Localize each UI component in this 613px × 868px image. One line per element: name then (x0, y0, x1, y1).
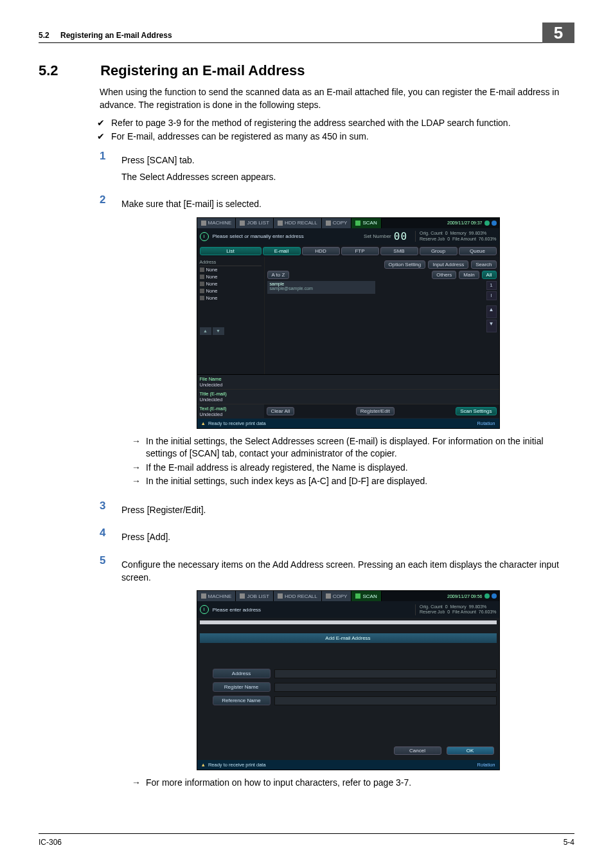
step-number: 4 (100, 527, 121, 547)
address-side-panel: Address None None None None None ▲ ▼ (197, 257, 265, 374)
search-button[interactable]: Search (471, 260, 496, 269)
add-address-screenshot: MACHINE JOB LIST HDD RECALL COPY SCAN 20… (197, 590, 500, 770)
scroll-up-button[interactable]: ▲ (486, 305, 497, 318)
timestamp: 2009/11/27 09:56 (445, 591, 499, 601)
filter-all-button[interactable]: All (482, 271, 497, 279)
header-section-title: Registering an E-mail Address (60, 31, 172, 40)
info-message: Please select or manually enter address (213, 233, 304, 239)
step-number: 3 (100, 500, 121, 520)
type-tab-group[interactable]: Group (420, 247, 458, 255)
list-button[interactable]: List (200, 247, 262, 255)
status-bar: ▲ Ready to receive print data Rotation (197, 419, 499, 428)
select-addresses-screenshot: MACHINE JOB LIST HDD RECALL COPY SCAN 20… (197, 217, 500, 429)
step-text: Press [SCAN] tab. (121, 154, 574, 167)
title-email-field[interactable]: Title (E-mail) Undecided (197, 390, 499, 404)
tab-scan[interactable]: SCAN (351, 218, 381, 228)
tab-copy[interactable]: COPY (322, 218, 352, 228)
type-tab-hdd[interactable]: HDD (302, 247, 340, 255)
check-item: Refer to page 3-9 for the method of regi… (111, 117, 574, 130)
type-tab-email[interactable]: E-mail (263, 247, 301, 255)
rotation-label: Rotation (477, 420, 495, 426)
info-message: Please enter address (213, 607, 262, 613)
tab-machine[interactable]: MACHINE (197, 218, 236, 228)
addr-type-icon (200, 282, 204, 286)
intro-paragraph: When using the function to send the scan… (100, 86, 574, 112)
rotation-label: Rotation (477, 762, 495, 768)
timestamp: 2009/11/27 09:37 (445, 218, 499, 228)
step-5: 5 Configure the necessary items on the A… (100, 554, 574, 795)
copy-icon (326, 593, 331, 599)
filter-atoz-button[interactable]: A to Z (267, 271, 290, 279)
tab-hddrecall[interactable]: HDD RECALL (274, 218, 322, 228)
step-text: Press [Add]. (121, 530, 574, 543)
page-footer: IC-306 5-4 (39, 833, 574, 847)
step2-notes: In the initial settings, the Select Addr… (134, 435, 574, 488)
input-address-button[interactable]: Input Address (428, 260, 468, 269)
text-email-field[interactable]: Text (E-mail) Undecided (197, 404, 264, 419)
register-name-input[interactable] (274, 683, 497, 692)
hdd-icon (278, 221, 283, 226)
type-tab-ftp[interactable]: FTP (341, 247, 379, 255)
add-email-titlebar: Add E-mail Address (200, 633, 497, 643)
set-number-label: Set Number (364, 233, 391, 239)
section-number: 5.2 (39, 62, 96, 79)
step-number: 2 (100, 194, 121, 493)
arrow-note: In the initial settings, the Select Addr… (146, 435, 574, 460)
list-icon (240, 593, 245, 599)
toggle-1-button[interactable]: 1 (486, 281, 497, 290)
address-field-button[interactable]: Address (213, 669, 271, 678)
warning-icon: ▲ (201, 420, 206, 426)
tab-joblist[interactable]: JOB LIST (236, 218, 274, 228)
side-up-button[interactable]: ▲ (200, 327, 211, 335)
section-title: 5.2 Registering an E-mail Address (39, 62, 574, 79)
footer-right: 5-4 (564, 838, 574, 847)
arrow-note: If the E-mail address is already registe… (146, 462, 574, 475)
warning-icon: ▲ (201, 762, 206, 768)
option-setting-button[interactable]: Option Setting (384, 260, 426, 269)
scan-icon (355, 593, 360, 599)
scroll-down-button[interactable]: ▼ (486, 320, 497, 332)
info-icon: i (200, 232, 209, 241)
reference-name-input[interactable] (274, 696, 497, 705)
header-section-number: 5.2 (39, 31, 49, 40)
file-name-field[interactable]: File Name Undecided (197, 375, 499, 390)
ok-button[interactable]: OK (447, 746, 494, 755)
help-dot-icon[interactable] (492, 221, 497, 226)
reference-name-field-button[interactable]: Reference Name (213, 696, 271, 705)
step-text: Configure the necessary items on the Add… (121, 558, 574, 584)
address-entry[interactable]: sample sample@sample.com (267, 281, 375, 294)
type-tab-smb[interactable]: SMB (380, 247, 418, 255)
tab-scan[interactable]: SCAN (351, 591, 381, 601)
tab-hddrecall[interactable]: HDD RECALL (274, 591, 322, 601)
help-dot-icon[interactable] (492, 593, 497, 599)
type-tab-queue[interactable]: Queue (459, 247, 497, 255)
step-number: 5 (100, 554, 121, 795)
tab-joblist[interactable]: JOB LIST (236, 591, 274, 601)
list-icon (240, 221, 245, 226)
filter-main-button[interactable]: Main (459, 271, 479, 279)
tab-copy[interactable]: COPY (322, 591, 352, 601)
register-name-field-button[interactable]: Register Name (213, 682, 271, 692)
step-1: 1 Press [SCAN] tab. The Select Addresses… (100, 150, 574, 188)
step-text: Press [Register/Edit]. (121, 503, 574, 516)
arrow-note: In the initial settings, such index keys… (146, 475, 574, 488)
meter-panel: Orig. Count 0 Memory 99.803% Reserve Job… (415, 231, 496, 242)
tab-machine[interactable]: MACHINE (197, 591, 236, 601)
info-icon: i (200, 605, 209, 614)
set-number-value: 00 (394, 230, 407, 242)
step-3: 3 Press [Register/Edit]. (100, 500, 574, 520)
address-input[interactable] (274, 669, 497, 678)
arrow-note: For more information on how to input cha… (146, 777, 574, 790)
step-4: 4 Press [Add]. (100, 527, 574, 547)
step-after-text: The Select Addresses screen appears. (121, 170, 574, 183)
register-edit-button[interactable]: Register/Edit (356, 407, 395, 415)
clear-all-button[interactable]: Clear All (267, 407, 295, 415)
side-down-button[interactable]: ▼ (213, 327, 224, 335)
filter-others-button[interactable]: Others (432, 271, 456, 279)
toggle-i-button[interactable]: I (486, 291, 497, 300)
status-dot-icon (484, 221, 490, 226)
footer-left: IC-306 (39, 838, 62, 847)
cancel-button[interactable]: Cancel (394, 746, 441, 755)
scan-settings-button[interactable]: Scan Settings (456, 407, 496, 415)
machine-icon (201, 221, 206, 226)
